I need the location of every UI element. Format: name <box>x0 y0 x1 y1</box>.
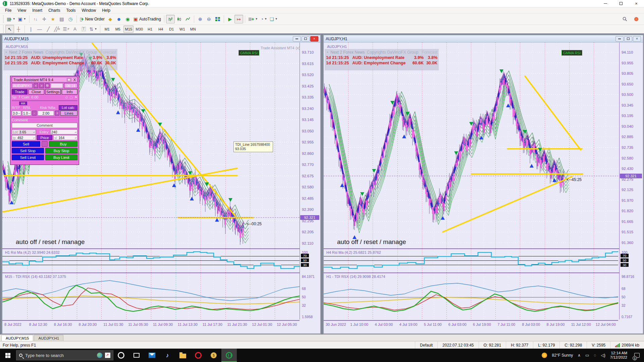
timeframe-d1[interactable]: D1 <box>166 25 176 33</box>
auto-off-reset-manage-label[interactable]: auto off / reset / manage <box>16 238 85 246</box>
minimize-button[interactable] <box>598 0 613 7</box>
text-tool-button[interactable]: A <box>71 25 79 34</box>
maximize-button[interactable] <box>613 0 629 7</box>
trade-assistant-close[interactable]: X <box>73 78 76 82</box>
auto-off-reset-manage-label[interactable]: auto off / reset / manage <box>337 238 406 246</box>
rsl-input[interactable]: 1.0▴▾ <box>22 111 32 116</box>
time-axis[interactable]: 8 Jul 20228 Jul 12:308 Jul 16:308 Jul 20… <box>2 320 300 332</box>
taskbar-clock[interactable]: 12:14 AM 7/12/2022 <box>610 351 627 360</box>
arrows-tool-button[interactable]: ⇅▼ <box>88 25 99 34</box>
chart-minimize-button[interactable] <box>615 36 624 42</box>
comment-input[interactable]: Comment <box>12 123 77 128</box>
trendline-tool-button[interactable]: ╱ <box>44 25 53 34</box>
menu-view[interactable]: View <box>14 8 29 13</box>
weather-text[interactable]: 82°F Sunny <box>552 353 573 358</box>
timeframe-m1[interactable]: M1 <box>102 25 112 33</box>
trade-assistant-titlebar[interactable]: Trade Assistant MT4 9.4 ▣ X <box>12 77 77 82</box>
buy-limit-button[interactable]: Buy Limit <box>45 155 77 160</box>
trade-assistant-panel[interactable]: Trade Assistant MT4 9.4 ▣ X AUDJPY▾ < > … <box>10 76 79 165</box>
zoom-out-button[interactable]: ⊖ <box>205 15 213 23</box>
chart-minimize-button[interactable] <box>293 36 301 42</box>
taskbar-app-opera[interactable] <box>191 349 206 362</box>
timeframe-h4[interactable]: H4 <box>156 25 166 33</box>
start-button[interactable] <box>0 349 15 362</box>
chart-window-m15[interactable]: AUDJPY,M15 × H1 Rsi Ma (4,2) 32.9940 24.… <box>2 35 321 334</box>
next-symbol-button[interactable]: > <box>39 83 44 88</box>
chart-shift-button[interactable]: ↦ <box>234 15 243 23</box>
chart-close-button[interactable]: × <box>633 36 641 42</box>
auto-scroll-button[interactable]: ▶ <box>226 15 234 23</box>
risk-plus-button[interactable]: + <box>55 111 59 116</box>
sell-button[interactable]: Sell <box>12 141 40 147</box>
chart-tab[interactable]: AUDJPY,M15 <box>1 335 33 341</box>
chart-window-titlebar[interactable]: AUDJPY,M15 × <box>2 35 320 43</box>
zoom-in-button[interactable]: ⊕ <box>196 15 205 23</box>
volume-icon[interactable]: ◁) <box>601 353 605 358</box>
fibonacci-tool-button[interactable]: ☰F <box>61 25 70 34</box>
tdi-indicator-pane[interactable] <box>324 274 618 319</box>
label-tool-button[interactable]: T <box>79 25 88 34</box>
vertical-line-tool-button[interactable]: | <box>26 25 35 34</box>
tab-trade[interactable]: Trade <box>12 89 28 95</box>
taskbar-app-browser[interactable] <box>113 349 129 362</box>
folder-icon[interactable]: ⧉ <box>45 83 50 88</box>
battery-icon[interactable]: ▭ <box>585 353 589 358</box>
tab-info[interactable]: Info <box>62 89 77 95</box>
menu-file[interactable]: File <box>2 8 14 13</box>
window-icon[interactable]: ▢ <box>70 96 73 99</box>
network-icon[interactable]: ◌ <box>594 353 596 358</box>
taskbar-app-explorer[interactable] <box>175 349 191 362</box>
timeframe-m5[interactable]: M5 <box>113 25 123 33</box>
search-icon[interactable] <box>621 15 629 23</box>
market-watch-button[interactable]: ↑↓ <box>31 15 40 23</box>
stocks-widget-icon[interactable] <box>105 353 110 358</box>
broadcast-button[interactable]: ◉ <box>123 15 132 23</box>
sell-stop-button[interactable]: Sell Stop <box>12 148 44 154</box>
order-type-square[interactable] <box>42 141 48 147</box>
navigator-button[interactable]: ★ <box>49 15 57 23</box>
time-axis[interactable]: 30 Jun 20221 Jul 10:004 Jul 03:004 Jul 1… <box>324 320 618 332</box>
bar-chart-button[interactable] <box>166 15 175 23</box>
lines-button[interactable]: Lines <box>60 111 77 116</box>
task-view-button[interactable] <box>129 349 144 362</box>
symbol-select[interactable]: AUDJPY▾ <box>12 83 33 88</box>
strategy-tester-button[interactable]: ◷ <box>66 15 75 23</box>
chart-window-h1[interactable]: AUDJPY,H1 × H4 Rsi Ma (4,2) 25.6821 25.8… <box>323 35 643 334</box>
screenshot-icon[interactable]: ▣ <box>67 78 71 81</box>
price-scale[interactable]: 92.321 100 70 50 30 84.1971 68 50 32 1.5… <box>300 43 320 319</box>
taskbar-app-music[interactable]: ♪ <box>160 349 175 362</box>
buy-button[interactable]: Buy <box>49 141 77 147</box>
close-button[interactable]: × <box>629 0 644 7</box>
notifications-icon[interactable] <box>632 15 641 23</box>
taskbar-app-mail[interactable] <box>144 349 160 362</box>
entry-input[interactable]: 240▴▾ <box>50 129 77 134</box>
tab-close[interactable]: Close <box>29 89 44 95</box>
rtp-input[interactable]: 3.0▴▾ <box>12 111 21 116</box>
timeframe-m30[interactable]: M30 <box>134 25 144 33</box>
line-chart-button[interactable] <box>183 15 192 23</box>
community-button[interactable]: ☻ <box>115 15 123 23</box>
tab-settings[interactable]: Settings <box>45 89 61 95</box>
prev-symbol-button[interactable]: < <box>34 83 38 88</box>
candlestick-button[interactable] <box>175 15 183 23</box>
terminal-button[interactable]: ▤ <box>57 15 66 23</box>
chart-restore-button[interactable] <box>302 36 310 42</box>
chart-window-titlebar[interactable]: AUDJPY,H1 × <box>324 35 643 43</box>
chart-close-button[interactable]: × <box>310 36 318 42</box>
data-window-button[interactable]: ✛ <box>40 15 49 23</box>
timeframe-h1[interactable]: H1 <box>145 25 155 33</box>
indicators-button[interactable]: ≣+▼ <box>247 15 259 23</box>
gold-button[interactable]: ◆ <box>106 15 115 23</box>
chart-restore-button[interactable] <box>624 36 632 42</box>
risk-minus-button[interactable]: - <box>32 111 37 116</box>
profiles-button[interactable]: ▣▼ <box>17 15 28 23</box>
templates-button[interactable]: ❏▼ <box>268 15 279 23</box>
menu-insert[interactable]: Insert <box>29 8 45 13</box>
cursor-tool-button[interactable]: ↖ <box>5 25 14 34</box>
taskbar-app-wallet[interactable]: $ <box>206 349 221 362</box>
symbol-filter-field[interactable] <box>51 83 63 88</box>
weather-globe-icon[interactable] <box>97 353 102 358</box>
periods-button[interactable]: ◔▼ <box>259 15 268 23</box>
menu-tools[interactable]: Tools <box>63 8 79 13</box>
timeframe-w1[interactable]: W1 <box>177 25 187 33</box>
